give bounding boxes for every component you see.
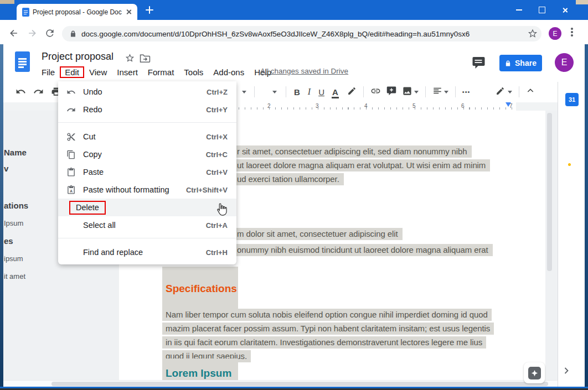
- menu-item-undo[interactable]: Undo Ctrl+Z: [58, 83, 236, 101]
- menu-item-delete[interactable]: Delete: [58, 199, 236, 216]
- browser-tab[interactable]: Project proposal - Google Docs: [17, 4, 137, 20]
- ruler-number: 2: [267, 103, 271, 109]
- menu-edit[interactable]: Edit: [60, 66, 84, 78]
- star-document-button[interactable]: [125, 53, 135, 65]
- outline-item[interactable]: v: [4, 164, 8, 173]
- menu-tools[interactable]: Tools: [179, 66, 208, 78]
- text-color-button[interactable]: A: [332, 87, 338, 97]
- doc-text-line: Nam liber tempor cum soluta nobis eleife…: [162, 309, 492, 321]
- browser-menu-button[interactable]: [571, 28, 573, 37]
- pencil-icon: [496, 86, 505, 96]
- google-docs-logo[interactable]: [15, 51, 30, 72]
- editing-mode-dropdown[interactable]: [508, 91, 512, 93]
- forward-button[interactable]: [27, 28, 38, 41]
- doc-heading-specifications: Specifications: [166, 283, 237, 295]
- bookmark-star-button[interactable]: [528, 28, 538, 40]
- hide-side-panel-button[interactable]: [561, 366, 571, 378]
- mouse-cursor-hand: [215, 202, 227, 219]
- outline-item[interactable]: ipsum: [4, 254, 23, 263]
- docs-avatar[interactable]: E: [555, 53, 574, 72]
- explore-button[interactable]: [524, 362, 545, 383]
- outline-item[interactable]: es: [4, 236, 13, 246]
- styles-dropdown[interactable]: [242, 91, 246, 93]
- menu-view[interactable]: View: [84, 66, 112, 78]
- doc-text-line: ud exerci tation ullamcorper.: [236, 173, 344, 185]
- delete-annotation: Delete: [69, 201, 106, 215]
- right-indent-marker[interactable]: [506, 102, 511, 107]
- tab-title: Project proposal - Google Docs: [33, 8, 122, 16]
- menu-item-cut[interactable]: Cut Ctrl+X: [58, 128, 236, 145]
- share-button[interactable]: Share: [499, 55, 542, 71]
- outline-item[interactable]: it amet: [4, 272, 25, 280]
- doc-text-line: m dolor sit amet, consectetuer adipiscin…: [236, 228, 403, 240]
- editing-mode-button[interactable]: [496, 86, 505, 98]
- maximize-icon: [539, 7, 545, 13]
- link-icon: [370, 86, 381, 96]
- paste-without-formatting-icon: A: [66, 185, 76, 195]
- menu-item-find-and-replace[interactable]: Find and replace Ctrl+H: [58, 243, 236, 261]
- menu-insert[interactable]: Insert: [112, 66, 143, 78]
- menu-file[interactable]: File: [37, 66, 60, 78]
- cut-icon: [66, 132, 76, 142]
- folder-move-icon: [140, 54, 151, 63]
- vertical-scrollbar[interactable]: [547, 113, 552, 271]
- edit-menu-dropdown: Undo Ctrl+Z Redo Ctrl+Y Cut Ctrl+X Copy …: [58, 81, 236, 264]
- redo-icon: [33, 86, 44, 97]
- align-button[interactable]: [432, 86, 442, 98]
- insert-link-button[interactable]: [370, 86, 381, 98]
- explore-star-icon: [528, 367, 541, 379]
- doc-text-line: in iis qui facit eorum claritatem. Inves…: [162, 336, 486, 349]
- share-label: Share: [515, 59, 537, 67]
- docs-menubar: File Edit View Insert Format Tools Add-o…: [37, 65, 276, 79]
- menu-addons[interactable]: Add-ons: [208, 66, 249, 78]
- menu-item-paste[interactable]: Paste Ctrl+V: [58, 163, 236, 181]
- undo-button[interactable]: [16, 86, 26, 99]
- image-dropdown[interactable]: [414, 91, 419, 93]
- italic-button[interactable]: I: [308, 87, 311, 97]
- open-comments-button[interactable]: [472, 56, 486, 71]
- minimize-button[interactable]: [507, 0, 530, 20]
- docs-favicon-icon: [22, 8, 29, 17]
- more-options-button[interactable]: •••: [462, 89, 471, 95]
- highlight-color-button[interactable]: [347, 86, 357, 98]
- save-status-link[interactable]: All changes saved in Drive: [260, 67, 348, 75]
- underline-button[interactable]: U: [318, 87, 324, 97]
- menu-item-redo[interactable]: Redo Ctrl+Y: [58, 101, 236, 118]
- redo-button[interactable]: [33, 86, 44, 99]
- window-edge: [585, 44, 588, 387]
- menu-format[interactable]: Format: [143, 66, 179, 78]
- highlighter-icon: [347, 86, 357, 96]
- menu-item-select-all[interactable]: Select all Ctrl+A: [58, 216, 236, 234]
- browser-avatar[interactable]: E: [549, 27, 561, 40]
- outline-item[interactable]: ations: [4, 201, 28, 210]
- copy-icon: [66, 150, 76, 159]
- move-to-folder-button[interactable]: [140, 54, 151, 65]
- outline-item[interactable]: Ipsum: [4, 219, 23, 227]
- menu-item-paste-without-formatting[interactable]: A Paste without formatting Ctrl+Shift+V: [58, 181, 236, 199]
- add-comment-button[interactable]: [386, 86, 396, 98]
- close-button[interactable]: [554, 0, 577, 20]
- horizontal-scrollbar-thumb[interactable]: [51, 382, 548, 386]
- align-dropdown[interactable]: [444, 91, 448, 93]
- tab-close-icon[interactable]: [125, 8, 133, 16]
- reload-button[interactable]: [44, 28, 55, 41]
- docs-toolbar-controls: B I U A •••: [242, 82, 535, 102]
- desktop-background-corner: [0, 0, 14, 4]
- redo-icon: [66, 105, 76, 115]
- bold-button[interactable]: B: [294, 87, 300, 97]
- menu-item-copy[interactable]: Copy Ctrl+C: [58, 145, 236, 163]
- font-dropdown[interactable]: [272, 91, 277, 93]
- maximize-button[interactable]: [530, 0, 554, 20]
- document-title[interactable]: Project proposal: [42, 51, 114, 63]
- ruler-number: 4: [364, 103, 368, 109]
- align-justify-icon: [432, 86, 442, 96]
- back-button[interactable]: [8, 28, 19, 41]
- address-bar[interactable]: docs.google.com/document/d/10DprOhHSH_6z…: [62, 26, 541, 41]
- svg-text:A: A: [70, 189, 73, 193]
- undo-icon: [66, 87, 76, 97]
- insert-image-button[interactable]: [402, 86, 412, 98]
- forward-arrow-icon: [27, 28, 38, 39]
- outline-item[interactable]: Name: [4, 148, 27, 157]
- calendar-icon[interactable]: 31: [565, 93, 579, 106]
- collapse-toolbar-button[interactable]: [526, 86, 535, 97]
